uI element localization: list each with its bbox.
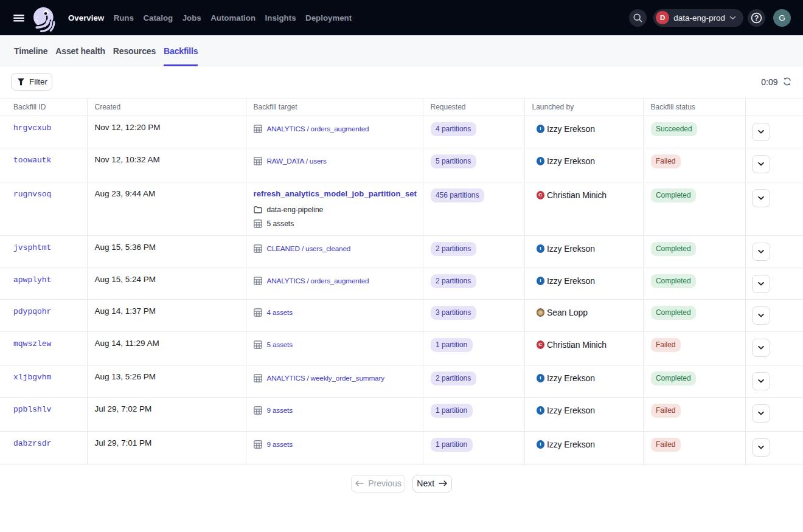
svg-text:?: ? bbox=[754, 13, 759, 22]
